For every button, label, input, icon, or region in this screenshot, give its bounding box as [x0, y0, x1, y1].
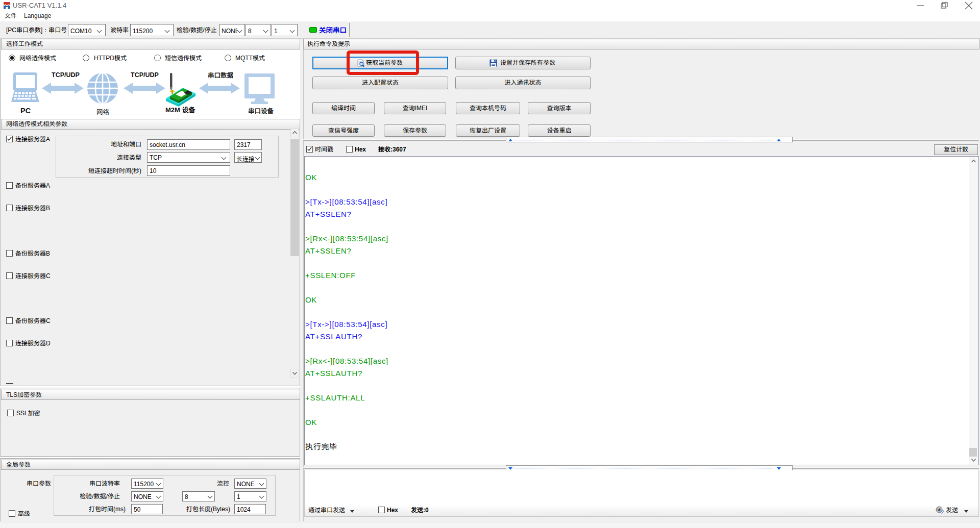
svg-text:PC: PC	[20, 107, 31, 115]
svg-text:TCP/UDP: TCP/UDP	[131, 71, 159, 79]
svg-text:M2M 设备: M2M 设备	[165, 106, 196, 114]
svg-text:TCP/UDP: TCP/UDP	[52, 71, 80, 79]
svg-text:网络: 网络	[96, 109, 110, 116]
svg-text:串口数据: 串口数据	[208, 72, 234, 79]
svg-text:串口设备: 串口设备	[248, 108, 274, 115]
